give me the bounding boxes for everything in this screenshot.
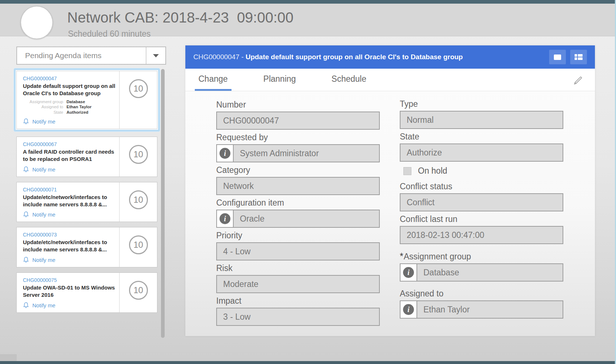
field-value-risk: Moderate <box>216 275 380 293</box>
field-label-text: Type <box>400 99 418 109</box>
field-configuration-item: Configuration itemiOracle <box>216 198 380 228</box>
meta-label: State <box>23 110 67 115</box>
field-assigned-to: Assigned toiEthan Taylor <box>400 289 563 319</box>
notify-me-button[interactable]: Notify me <box>23 118 116 125</box>
chevron-down-icon[interactable] <box>146 47 165 64</box>
field-value-conflict-last-run: 2018-02-13 00:47:00 <box>400 226 563 244</box>
agenda-item-card[interactable]: CHG00000075Update OWA-SD-01 to MS Window… <box>16 272 157 313</box>
field-conflict-status: Conflict statusConflict <box>400 182 563 211</box>
detail-tab-bar: ChangePlanningSchedule <box>185 69 595 91</box>
bell-icon <box>23 302 29 309</box>
reference-info-button[interactable]: i <box>216 210 233 228</box>
field-row: 3 - Low <box>216 308 380 326</box>
agenda-filter-label: Pending Agenda items <box>17 51 146 60</box>
field-value-state: Authorize <box>400 143 563 162</box>
notify-me-button[interactable]: Notify me <box>23 302 116 309</box>
field-label: Category <box>216 165 380 175</box>
agenda-item-card[interactable]: CHG00000073Update/etc/network/interfaces… <box>16 227 157 267</box>
field-value-configuration-item: Oracle <box>233 210 380 228</box>
grid-view-button[interactable] <box>570 50 587 64</box>
field-label-text: Assignment group <box>404 252 471 261</box>
duration-section: 10 <box>119 137 157 177</box>
change-short-description: Update default support group on all Orac… <box>246 53 463 61</box>
notify-me-label: Notify me <box>32 211 55 218</box>
field-value-assignment-group: Database <box>416 263 563 282</box>
duration-badge: 10 <box>129 79 148 98</box>
notify-me-label: Notify me <box>32 166 55 173</box>
change-number-link[interactable]: CHG00000071 <box>23 187 116 193</box>
change-number-link[interactable]: CHG00000047 <box>23 76 116 81</box>
reference-info-button[interactable]: i <box>400 300 416 319</box>
form-right-column: TypeNormalStateAuthorizeOn holdConflict … <box>400 99 563 321</box>
agenda-item-body: CHG00000073Update/etc/network/interfaces… <box>17 227 119 267</box>
agenda-filter-dropdown[interactable]: Pending Agenda items <box>16 46 166 65</box>
duration-badge: 10 <box>129 281 148 300</box>
field-number: NumberCHG00000047 <box>216 100 380 130</box>
on-hold-checkbox[interactable] <box>403 167 411 175</box>
field-label-text: Assigned to <box>400 289 443 298</box>
notify-me-button[interactable]: Notify me <box>23 166 116 173</box>
agenda-item-card[interactable]: CHG00000047Update default support group … <box>16 71 157 129</box>
grid-view-icon <box>575 54 583 60</box>
field-label-text: Category <box>216 165 250 175</box>
notify-me-label: Notify me <box>32 118 55 125</box>
field-requested-by: Requested byiSystem Administrator <box>216 133 380 162</box>
change-form: NumberCHG00000047Requested byiSystem Adm… <box>185 91 595 101</box>
field-label: Risk <box>216 263 380 273</box>
agenda-list: CHG00000047Update default support group … <box>16 68 157 318</box>
field-value-requested-by: System Administrator <box>233 144 380 162</box>
reference-info-button[interactable]: i <box>400 263 416 282</box>
agenda-item-body: CHG00000075Update OWA-SD-01 to MS Window… <box>17 273 119 312</box>
agenda-item-title: A failed RAID controller card needs to b… <box>23 148 116 163</box>
agenda-item-card[interactable]: CHG00000067A failed RAID controller card… <box>16 137 157 177</box>
notify-me-button[interactable]: Notify me <box>23 256 116 263</box>
bell-icon <box>23 118 29 125</box>
card-view-button[interactable] <box>549 50 566 64</box>
tab-schedule[interactable]: Schedule <box>328 69 370 91</box>
field-row: iEthan Taylor <box>400 300 563 319</box>
field-impact: Impact3 - Low <box>216 296 380 326</box>
change-number-link[interactable]: CHG00000073 <box>23 232 116 238</box>
edit-pencil-icon[interactable] <box>572 74 584 86</box>
bell-icon <box>23 211 29 218</box>
reference-info-button[interactable]: i <box>216 144 233 162</box>
duration-section: 10 <box>119 273 157 312</box>
agenda-item-body: CHG00000047Update default support group … <box>17 71 119 129</box>
change-number-link[interactable]: CHG00000067 <box>23 141 116 147</box>
notify-me-button[interactable]: Notify me <box>23 211 116 218</box>
window-bottom-edge <box>0 361 616 364</box>
page-title: Network CAB: 2018-4-23 09:00:00 <box>67 9 294 26</box>
meta-label: Assignment group <box>23 100 67 105</box>
meta-label: Assigned to <box>23 105 67 110</box>
agenda-item-card[interactable]: CHG00000071Update/etc/network/interfaces… <box>16 182 157 222</box>
duration-section: 10 <box>119 227 157 267</box>
field-value-type: Normal <box>400 111 563 129</box>
field-label-text: Number <box>216 100 246 109</box>
meta-row: Assigned toEthan Taylor <box>23 105 116 110</box>
agenda-scrollbar[interactable] <box>161 69 165 338</box>
field-label: Conflict last run <box>400 214 563 224</box>
field-row: iDatabase <box>400 263 563 282</box>
duration-badge: 10 <box>129 190 148 209</box>
field-label-text: Risk <box>216 263 233 273</box>
field-label-text: Conflict last run <box>400 214 458 224</box>
field-row: iSystem Administrator <box>216 144 380 162</box>
field-label: Conflict status <box>400 182 563 191</box>
field-type: TypeNormal <box>400 99 563 129</box>
agenda-item-title: Update default support group on all Orac… <box>23 82 116 97</box>
field-value-conflict-status: Conflict <box>400 193 563 211</box>
card-view-icon <box>554 54 561 60</box>
change-number: CHG00000047 <box>193 53 239 61</box>
tab-change[interactable]: Change <box>195 69 231 91</box>
field-label: Impact <box>216 296 380 306</box>
tab-planning[interactable]: Planning <box>260 69 300 91</box>
duration-section: 10 <box>119 182 157 222</box>
meta-value: Authorized <box>67 110 88 115</box>
agenda-item-body: CHG00000071Update/etc/network/interfaces… <box>17 182 119 222</box>
field-label-text: Impact <box>216 296 241 306</box>
required-marker: * <box>400 251 403 261</box>
change-number-link[interactable]: CHG00000075 <box>23 277 116 283</box>
info-icon: i <box>220 213 230 224</box>
notify-me-label: Notify me <box>32 257 55 263</box>
meeting-header: Network CAB: 2018-4-23 09:00:00 Schedule… <box>0 4 616 36</box>
